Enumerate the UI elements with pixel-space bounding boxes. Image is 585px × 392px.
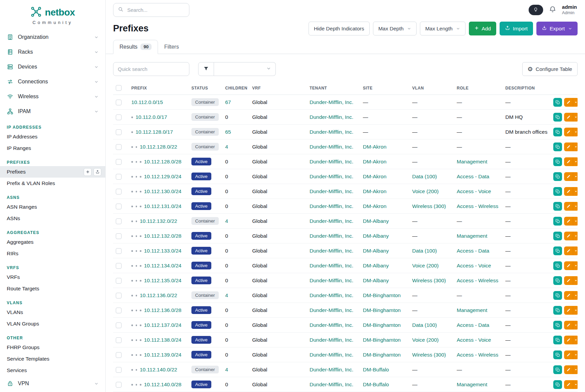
role-link[interactable]: Management	[457, 307, 487, 313]
children-link[interactable]: 4	[225, 292, 228, 298]
edit-dropdown-button[interactable]	[573, 306, 578, 315]
prefix-link[interactable]: 10.112.138.0/24	[144, 337, 182, 343]
tenant-link[interactable]: Dunder-Mifflin, Inc.	[310, 174, 353, 179]
prefix-link[interactable]: 10.112.140.0/22	[140, 367, 177, 372]
import-button[interactable]	[94, 168, 101, 176]
quick-search-input[interactable]	[113, 62, 189, 76]
children-link[interactable]: 65	[225, 129, 231, 135]
edit-dropdown-button[interactable]	[573, 217, 578, 226]
role-link[interactable]: Access - Wireless	[457, 352, 498, 358]
vlan-link[interactable]: Data (100)	[412, 322, 437, 328]
copy-button[interactable]	[553, 98, 562, 107]
column-header-role[interactable]: ROLE	[454, 82, 503, 95]
sidebar-item-vpn[interactable]: VPN	[0, 376, 105, 391]
theme-toggle-button[interactable]	[529, 5, 543, 15]
role-link[interactable]: Access - Voice	[457, 337, 491, 343]
copy-button[interactable]	[553, 172, 562, 181]
site-link[interactable]: DM-Binghamton	[363, 352, 401, 358]
role-link[interactable]: Management	[457, 233, 487, 239]
site-link[interactable]: DM-Akron	[363, 159, 387, 164]
row-checkbox[interactable]	[116, 144, 122, 150]
tenant-link[interactable]: Dunder-Mifflin, Inc.	[310, 203, 353, 209]
row-checkbox[interactable]	[116, 248, 122, 254]
edit-dropdown-button[interactable]	[573, 157, 578, 166]
copy-button[interactable]	[553, 336, 562, 344]
edit-button[interactable]	[564, 246, 573, 255]
edit-button[interactable]	[564, 261, 573, 270]
row-checkbox[interactable]	[116, 189, 122, 194]
sidebar-item-services[interactable]: Services	[0, 365, 105, 376]
edit-button[interactable]	[564, 202, 573, 211]
column-header-tenant[interactable]: TENANT	[307, 82, 360, 95]
prefix-link[interactable]: 10.112.130.0/24	[144, 188, 182, 194]
edit-dropdown-button[interactable]	[573, 128, 578, 136]
tenant-link[interactable]: Dunder-Mifflin, Inc.	[310, 292, 353, 298]
edit-dropdown-button[interactable]	[573, 142, 578, 151]
tenant-link[interactable]: Dunder-Mifflin, Inc.	[310, 263, 353, 268]
edit-button[interactable]	[564, 157, 573, 166]
edit-dropdown-button[interactable]	[573, 246, 578, 255]
row-checkbox[interactable]	[116, 174, 122, 180]
copy-button[interactable]	[553, 113, 562, 122]
prefix-link[interactable]: 10.112.131.0/24	[144, 203, 182, 209]
role-link[interactable]: Access - Wireless	[457, 203, 498, 209]
site-link[interactable]: DM-Akron	[363, 144, 387, 150]
row-checkbox[interactable]	[116, 114, 122, 120]
hide-depth-indicators-button[interactable]: Hide Depth Indicators	[309, 22, 370, 35]
prefix-link[interactable]: 10.112.139.0/24	[144, 352, 182, 358]
vlan-link[interactable]: Voice (200)	[412, 337, 438, 343]
tenant-link[interactable]: Dunder-Mifflin, Inc.	[310, 144, 353, 150]
edit-button[interactable]	[564, 350, 573, 359]
prefix-link[interactable]: 10.112.133.0/24	[144, 248, 182, 254]
column-header-description[interactable]: DESCRIPTION	[503, 82, 551, 95]
sidebar-item-ip-ranges[interactable]: IP Ranges	[0, 142, 105, 154]
children-link[interactable]: 4	[225, 144, 228, 150]
row-checkbox[interactable]	[116, 159, 122, 165]
prefix-link[interactable]: 10.112.128.0/22	[140, 144, 177, 150]
column-header-prefix[interactable]: PREFIX	[129, 82, 189, 95]
copy-button[interactable]	[553, 306, 562, 315]
sidebar-item-wireless[interactable]: Wireless	[0, 89, 105, 104]
copy-button[interactable]	[553, 232, 562, 240]
row-checkbox[interactable]	[116, 129, 122, 135]
search-input[interactable]	[127, 7, 185, 13]
role-link[interactable]: Management	[457, 382, 487, 387]
tenant-link[interactable]: Dunder-Mifflin, Inc.	[310, 382, 353, 387]
row-checkbox[interactable]	[116, 204, 122, 209]
site-link[interactable]: DM-Akron	[363, 174, 387, 179]
edit-dropdown-button[interactable]	[573, 172, 578, 181]
column-header-vlan[interactable]: VLAN	[409, 82, 454, 95]
prefix-link[interactable]: 10.112.137.0/24	[144, 322, 182, 328]
row-checkbox[interactable]	[116, 233, 122, 239]
copy-button[interactable]	[553, 365, 562, 374]
row-checkbox[interactable]	[116, 367, 122, 373]
edit-dropdown-button[interactable]	[573, 291, 578, 300]
edit-dropdown-button[interactable]	[573, 261, 578, 270]
prefix-link[interactable]: 10.112.0.0/15	[131, 99, 163, 105]
edit-button[interactable]	[564, 232, 573, 240]
copy-button[interactable]	[553, 246, 562, 255]
copy-button[interactable]	[553, 187, 562, 196]
children-link[interactable]: 4	[225, 367, 228, 372]
vlan-link[interactable]: Wireless (300)	[412, 352, 446, 358]
tenant-link[interactable]: Dunder-Mifflin, Inc.	[310, 159, 353, 164]
site-link[interactable]: DM-Albany	[363, 278, 389, 283]
tenant-link[interactable]: Dunder-Mifflin, Inc.	[310, 367, 353, 372]
edit-button[interactable]	[564, 306, 573, 315]
site-link[interactable]: DM-Albany	[363, 263, 389, 268]
sidebar-item-aggregates[interactable]: Aggregates	[0, 236, 105, 248]
row-checkbox[interactable]	[116, 100, 122, 105]
row-checkbox[interactable]	[116, 308, 122, 313]
edit-dropdown-button[interactable]	[573, 232, 578, 240]
column-header-children[interactable]: CHILDREN	[222, 82, 249, 95]
add-button[interactable]	[84, 168, 91, 176]
sidebar-item-ipam[interactable]: IPAM	[0, 104, 105, 119]
sidebar-item-connections[interactable]: Connections	[0, 74, 105, 89]
prefix-link[interactable]: 10.112.128.0/28	[144, 159, 182, 164]
edit-dropdown-button[interactable]	[573, 336, 578, 344]
copy-button[interactable]	[553, 142, 562, 151]
role-link[interactable]: Access - Wireless	[457, 278, 498, 283]
site-link[interactable]: DM-Buffalo	[363, 382, 389, 387]
children-link[interactable]: 4	[225, 218, 228, 224]
tenant-link[interactable]: Dunder-Mifflin, Inc.	[310, 337, 353, 343]
